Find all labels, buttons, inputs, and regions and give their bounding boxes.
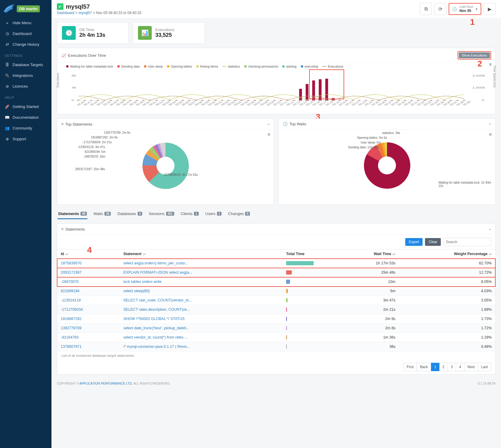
page-next[interactable]: Next (464, 363, 478, 371)
col-statement[interactable]: Statement▴▾ (120, 249, 283, 259)
time-range-picker[interactable]: 🕓 Last hour Nov 05 ▾ (449, 3, 481, 15)
table-row[interactable]: -28870070 lock tables orders write 10m 8… (57, 277, 495, 287)
legend-item[interactable]: statistics (222, 65, 240, 68)
tab-databases[interactable]: Databases3 (117, 209, 143, 219)
page-2[interactable]: 2 (439, 363, 448, 371)
page-3[interactable]: 3 (447, 363, 456, 371)
search-input[interactable] (443, 238, 491, 246)
copy-button[interactable]: ⧉ (420, 3, 432, 15)
sidebar-item-getting-started[interactable]: 🚀Getting Started (0, 101, 51, 112)
table-row[interactable]: 1875839570 select avg(a.orders) items_pe… (57, 259, 495, 268)
hide-menu-button[interactable]: « Hide Menu (0, 17, 51, 28)
col-total-time[interactable]: Total Time (283, 249, 337, 259)
donut-label: -1712705034: 2m 21s (83, 141, 112, 144)
stmt-id-link[interactable]: 1378607871 (61, 345, 82, 349)
tab-waits[interactable]: Waits20 (93, 209, 111, 219)
stmt-link[interactable]: SELECT rate_code, COUNT(vendor_id... (123, 298, 192, 302)
tab-badge: 451 (166, 212, 174, 216)
tab-users[interactable]: Users1 (205, 209, 222, 219)
page-4[interactable]: 4 (456, 363, 464, 371)
col-id[interactable]: Id▴▾ (57, 249, 120, 259)
table-row[interactable]: -1712705034 SELECT rates.description, CO… (57, 305, 495, 314)
sidebar-item-database-targets[interactable]: 🗄Database Targets (0, 59, 51, 70)
table-row[interactable]: 1392778709 select date_trunc('hour', pic… (57, 324, 495, 333)
col-wait-time[interactable]: Wait Time▴▾ (337, 249, 399, 259)
donut-label: -123024119: 3m 47s (78, 145, 105, 149)
show-executions-button[interactable]: Show Executions (459, 52, 490, 58)
stmt-id-link[interactable]: 1392778709 (61, 326, 82, 330)
sidebar-item-documentation[interactable]: 📖Documentation (0, 112, 51, 123)
collapse-icon[interactable]: − (489, 122, 491, 126)
page-back[interactable]: Back (417, 363, 431, 371)
legend-item[interactable]: freeing items (196, 65, 218, 68)
stmt-id-link[interactable]: -28870070 (61, 280, 79, 284)
svg-rect-76 (97, 100, 99, 101)
legend-item[interactable]: Waiting for table metadata lock (66, 65, 113, 68)
table-footer-note: List of all monitored database target st… (57, 351, 495, 360)
legend-item[interactable]: executing (301, 65, 318, 68)
svg-rect-129 (444, 100, 445, 101)
legend-item[interactable]: Opening tables (167, 65, 192, 68)
tab-changes[interactable]: Changes0 (227, 209, 250, 219)
clear-button[interactable]: Clear (425, 238, 441, 246)
table-row[interactable]: 1378607871 /* mysql-connector-java-5.1.1… (57, 342, 495, 351)
legend-item[interactable]: starting (282, 65, 296, 68)
tab-clients[interactable]: Clients1 (180, 209, 199, 219)
collapse-icon[interactable]: − (267, 122, 270, 127)
legend-item[interactable]: Sending data (117, 65, 140, 68)
svg-text:0: 0 (72, 99, 74, 102)
plug-icon: 🔌 (5, 73, 10, 78)
tab-statements[interactable]: Statements40 (57, 209, 87, 219)
stmt-id-link[interactable]: 1816887292 (61, 317, 82, 321)
table-row[interactable]: -123024119 SELECT rate_code, COUNT(vendo… (57, 296, 495, 305)
kpi-db-time: 🕓 DB Time2h 4m 13s (57, 22, 129, 44)
sidebar-item-support[interactable]: ⊕Support (0, 133, 51, 144)
weight-cell: 1.73% (399, 314, 495, 324)
stmt-id-link[interactable]: 2053171597 (61, 270, 82, 275)
col-weight-pct[interactable]: Weight Percentage▴▾ (399, 249, 495, 259)
legend-item[interactable]: checking permissions (244, 65, 278, 68)
sidebar-item-integrations[interactable]: 🔌Integrations (0, 70, 51, 81)
footer-link[interactable]: APPLICATION PERFORMANCE LTD (79, 382, 132, 385)
stmt-id-link[interactable]: 621099194 (61, 289, 80, 293)
stmt-link[interactable]: lock tables orders write (123, 280, 162, 284)
table-row[interactable]: 1816887292 SHOW /*!50002 GLOBAL */ STATU… (57, 314, 495, 324)
tab-sessions[interactable]: Sessions451 (148, 209, 174, 219)
table-row[interactable]: 621099194 select sleep(60) 5m 4.03% (57, 287, 495, 296)
table-row[interactable]: 2053171597 EXPLAIN FORMAT=JSON select av… (57, 268, 495, 277)
stmt-link[interactable]: select sleep(60) (123, 289, 150, 293)
sidebar-item-change-history[interactable]: ⇄ Change History (0, 39, 51, 50)
page-1[interactable]: 1 (431, 363, 440, 371)
stmt-id-link[interactable]: -92164783 (61, 335, 79, 339)
page-last[interactable]: Last (478, 363, 491, 371)
stmt-link[interactable]: select vendor_id, count(*) from rides ..… (123, 335, 188, 339)
sidebar-item-dashboard[interactable]: ◷ Dashboard (0, 28, 51, 39)
stmt-id-link[interactable]: 1875839570 (61, 261, 82, 265)
stmt-link[interactable]: /* mysql-connector-java-5.1.17 ( Revis..… (123, 345, 190, 349)
refresh-button[interactable]: ⟳ (434, 3, 446, 15)
breadcrumb-dashboard[interactable]: Dashboard (57, 11, 75, 15)
stmt-link[interactable]: select avg(a.orders) items_per_custo... (123, 261, 188, 265)
stmt-link[interactable]: SELECT rates.description, COUNT(ve... (123, 307, 190, 312)
legend-item[interactable]: Executions (322, 65, 343, 68)
sidebar-item-licences[interactable]: ⊘Licences (0, 81, 51, 92)
stmt-id-link[interactable]: -123024119 (61, 298, 81, 302)
sidebar-item-community[interactable]: 👥Community (0, 123, 51, 133)
legend-item[interactable]: User sleep (144, 65, 163, 68)
export-button[interactable]: Export (405, 238, 423, 246)
stmt-id-link[interactable]: -1712705034 (61, 307, 83, 312)
page-first[interactable]: First (403, 363, 417, 371)
collapse-icon[interactable]: − (489, 227, 491, 231)
table-row[interactable]: -92164783 select vendor_id, count(*) fro… (57, 333, 495, 342)
stmt-link[interactable]: EXPLAIN FORMAT=JSON select avg(a... (123, 270, 192, 275)
svg-rect-116 (359, 100, 360, 101)
svg-rect-132 (463, 100, 465, 101)
play-button[interactable]: ▶ (484, 3, 496, 15)
svg-text:0: 0 (482, 99, 484, 102)
donut-label: statistics: 34s (382, 131, 400, 135)
stmt-link[interactable]: select date_trunc('hour', pickup_dateti.… (123, 326, 189, 330)
svg-rect-111 (326, 100, 327, 101)
chart-menu-icon[interactable]: ≡ (489, 62, 492, 67)
stmt-link[interactable]: SHOW /*!50002 GLOBAL */ STATUS (123, 317, 185, 321)
breadcrumb-target[interactable]: mysql57 (78, 11, 92, 15)
